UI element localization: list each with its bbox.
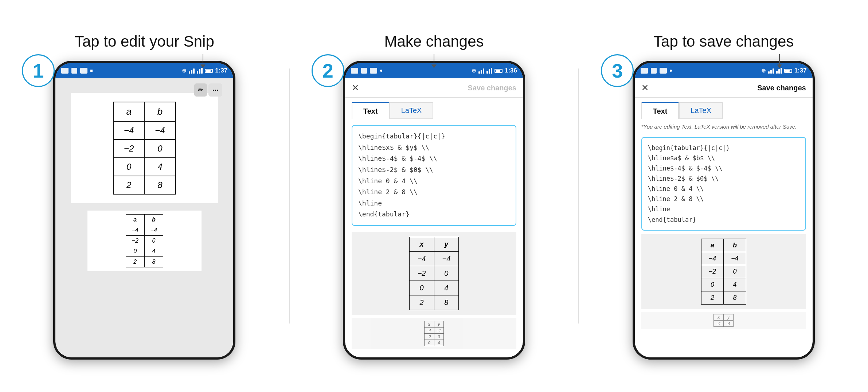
edit-pencil-button[interactable]: ✏: [194, 83, 207, 97]
cell: −4: [434, 251, 459, 266]
step-title-1: Tap to edit your Snip: [75, 32, 214, 51]
pencil-icon: ✏: [198, 86, 203, 94]
notification-icon: [71, 68, 77, 74]
edit-more-button[interactable]: ⋯: [208, 83, 222, 97]
cell: 2: [113, 176, 144, 194]
status-left-2: [351, 68, 382, 74]
prev-col-y: y: [434, 237, 459, 251]
status-bar-1: ⊕: [55, 63, 233, 78]
phone-1: ⊕: [53, 61, 235, 360]
wifi-icon: [189, 68, 195, 74]
close-button-3[interactable]: ✕: [641, 83, 649, 93]
cell: −2: [113, 140, 144, 158]
cell: −4: [701, 252, 724, 265]
tiny-preview-area-2: x y -4 -4 -2 0: [352, 318, 516, 349]
edit-toolbar: ✏ ⋯: [194, 83, 222, 97]
tiny-col-y: y: [434, 321, 444, 327]
cell: 4: [434, 340, 444, 346]
cell: 8: [144, 176, 175, 194]
cell: 4: [724, 278, 746, 291]
table-row: 2 8: [113, 176, 176, 194]
signal-icon-3: [776, 68, 782, 74]
tab-latex-3[interactable]: LaTeX: [679, 102, 723, 119]
dot-icon: [90, 70, 93, 72]
tiny-table-3: x y -4 -4: [713, 314, 734, 327]
cell: −4: [144, 225, 163, 236]
edit-header-3: ✕ Save changes: [635, 78, 813, 98]
text-input-area-3[interactable]: \begin{tabular}{|c|c|} \hline$a$ & $b$ \…: [641, 137, 806, 230]
phone-2: ⊕: [343, 61, 525, 360]
cell: 0: [434, 333, 444, 340]
cell: 4: [144, 246, 163, 257]
cell: 4: [434, 281, 459, 295]
table-row: −4 −4: [409, 251, 459, 266]
status-bar-3: ⊕: [635, 63, 813, 78]
settings-icon: [61, 68, 69, 74]
notification-icon-3: [651, 68, 657, 74]
screen-icon-2: ⊕: [472, 67, 476, 74]
screen-icon: ⊕: [182, 67, 187, 74]
tab-text-2[interactable]: Text: [352, 102, 390, 119]
table-row: −2 0: [113, 140, 176, 158]
time-1: 1:37: [215, 67, 227, 74]
main-math-table: a b −4 −4 −2 0: [113, 102, 176, 195]
status-left-3: [641, 68, 672, 74]
status-right-1: ⊕: [182, 67, 227, 74]
cell: −4: [126, 225, 144, 236]
small-table-container: a b −4 −4 −2 0: [87, 211, 202, 271]
cell: 0: [724, 265, 746, 278]
divider-2: [578, 68, 579, 324]
prev3-col-a: a: [701, 239, 724, 252]
col-header-b: b: [144, 102, 175, 121]
tab-latex-2[interactable]: LaTeX: [390, 102, 434, 119]
signal-icon-2: [486, 68, 492, 74]
close-button-2[interactable]: ✕: [352, 83, 359, 93]
tab-bar-2: Text LaTeX: [345, 98, 523, 119]
preview-area-3: a b −4 −4 −2 0: [641, 234, 806, 309]
table-row: 0 4: [126, 246, 163, 257]
cell: -4: [424, 327, 434, 333]
table-row: −4 −4: [126, 225, 163, 236]
edit-header-2: ✕ Save changes: [345, 78, 523, 98]
wifi-icon-2: [478, 68, 484, 74]
cell: 0: [144, 140, 175, 158]
cell: 8: [144, 257, 163, 267]
edit-notice: *You are editing Text. LaTeX version wil…: [641, 123, 806, 130]
step-3: 3 Tap to save changes: [601, 32, 846, 360]
cell: 0: [144, 236, 163, 246]
tab-bar-3: Text LaTeX: [635, 98, 813, 119]
prev-col-x: x: [409, 237, 434, 251]
dot-icon-2: [380, 70, 382, 72]
cell: 0: [126, 246, 144, 257]
step-number-1: 1: [22, 54, 55, 87]
tiny-col-x: x: [424, 321, 434, 327]
cell: −2: [409, 266, 434, 281]
cell: 4: [144, 158, 175, 176]
cell: 0: [424, 340, 434, 346]
latex-input-area-2[interactable]: \begin{tabular}{|c|c|} \hline$x$ & $y$ \…: [352, 125, 516, 226]
small-col-a: a: [126, 215, 144, 225]
save-screen: ✕ Save changes Text LaTeX *You are editi…: [635, 78, 813, 357]
table-row: 0 4: [409, 281, 459, 295]
email-icon: [80, 68, 87, 74]
time-2: 1:36: [505, 67, 517, 74]
small-math-table: a b −4 −4 −2 0: [126, 214, 164, 267]
wifi-icon-3: [768, 68, 774, 74]
save-changes-label-2: Save changes: [468, 84, 516, 92]
cell: 2: [701, 291, 724, 304]
table-row: 0 4: [113, 158, 176, 176]
battery-icon-3: [784, 69, 792, 73]
tab-text-3[interactable]: Text: [641, 102, 679, 119]
preview-table-3: a b −4 −4 −2 0: [701, 239, 746, 305]
cell: 2: [126, 257, 144, 267]
table-row: -2 0: [424, 333, 444, 340]
save-changes-button-3[interactable]: Save changes: [757, 84, 806, 92]
cell: -4: [434, 327, 444, 333]
table-row: −2 0: [126, 236, 163, 246]
cell: -4: [724, 320, 734, 326]
tiny-preview-3: x y -4 -4: [641, 312, 806, 329]
table-row: 0 4: [701, 278, 746, 291]
preview-table-2: x y −4 −4 −2 0: [409, 237, 459, 310]
table-row: 2 8: [126, 257, 163, 267]
cell: 0: [409, 281, 434, 295]
